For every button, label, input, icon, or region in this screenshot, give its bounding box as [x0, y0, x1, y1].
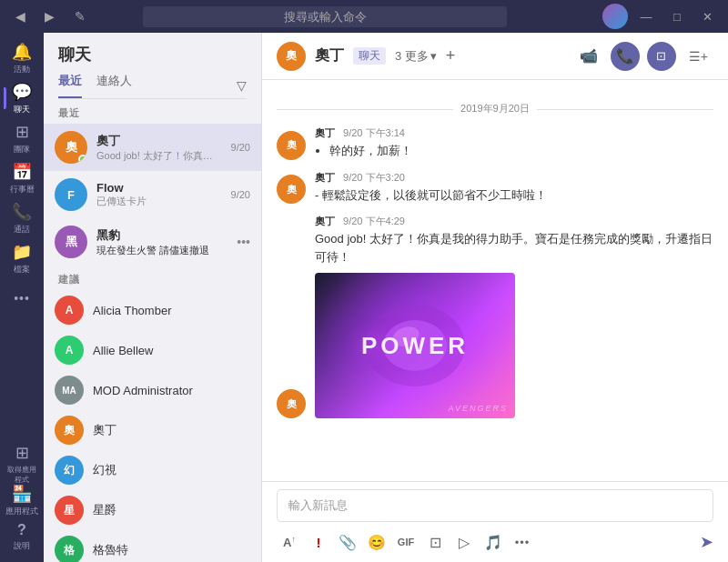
chat-info-flow: Flow 已傳送卡片: [96, 181, 222, 208]
filter-button[interactable]: ▽: [237, 78, 247, 93]
sidebar-item-chat[interactable]: 💬 聊天: [4, 80, 40, 116]
suggestion-name-mod: MOD Administrator: [93, 384, 193, 397]
suggestion-mod[interactable]: MA MOD Administrator: [44, 370, 261, 410]
sidebar-item-apps[interactable]: ⊞ 取得應用程式: [4, 446, 40, 482]
tab-recent[interactable]: 最近: [58, 73, 82, 98]
chat-icon: 💬: [12, 82, 32, 102]
send-button[interactable]: ➤: [700, 532, 713, 552]
suggestion-groot[interactable]: 格 格魯特: [44, 530, 261, 562]
help-icon: ?: [17, 522, 26, 538]
more-options-icon[interactable]: •••: [237, 235, 250, 249]
more-options-button[interactable]: •••: [510, 529, 535, 555]
chat-item-aoting[interactable]: 奧 奧丁 Good job! 太好了！你真是我的得... 9/20: [44, 124, 261, 171]
maximize-button[interactable]: □: [664, 4, 690, 29]
sidebar-item-calendar[interactable]: 📅 行事曆: [4, 160, 40, 196]
minimize-button[interactable]: —: [633, 4, 659, 29]
chat-item-leopard[interactable]: 黑 黑豹 現在發生火警 請儘速撤退 •••: [44, 218, 261, 266]
titlebar-right: — □ ✕: [602, 4, 721, 29]
chat-item-flow[interactable]: F Flow 已傳送卡片 9/20: [44, 171, 261, 218]
suggestion-name-allie: Allie Bellew: [93, 344, 153, 357]
sidebar-bottom: ⊞ 取得應用程式 🏪 應用程式 ? 說明: [4, 446, 40, 555]
chat-time-flow: 9/20: [231, 189, 250, 200]
apps-icon: ⊞: [15, 443, 29, 463]
msg-avatar-1: 奧: [277, 131, 306, 160]
important-button[interactable]: !: [306, 529, 331, 555]
add-people-button[interactable]: +: [446, 46, 456, 65]
sidebar-item-calls[interactable]: 📞 通話: [4, 200, 40, 236]
emoji-icon: 😊: [368, 534, 386, 551]
suggestion-name-phantom: 幻視: [93, 462, 116, 478]
message-group-3: 奧 奧丁 9/20 下午4:29 Good job! 太好了！你真是我的得力助手…: [277, 215, 713, 418]
msg-content-1: 奧丁 9/20 下午3:14 幹的好，加薪！: [315, 126, 713, 160]
video-icon: 📹: [580, 47, 598, 65]
suggestion-allie[interactable]: A Allie Bellew: [44, 330, 261, 370]
input-toolbar: A↑ ! 📎 😊 GIF ⊡ ▷: [277, 529, 713, 555]
suggestion-aoting2[interactable]: 奧 奧丁: [44, 410, 261, 450]
emoji-button[interactable]: 😊: [364, 529, 389, 555]
audio-call-button[interactable]: 📞: [611, 42, 640, 71]
msg-meta-2: 奧丁 9/20 下午3:20: [315, 171, 713, 185]
suggestion-phantom[interactable]: 幻 幻視: [44, 450, 261, 490]
chat-info-aoting: 奧丁 Good job! 太好了！你真是我的得...: [96, 133, 222, 163]
chat-settings-button[interactable]: ☰+: [683, 45, 713, 67]
suggestion-name-alicia: Alicia Thomber: [93, 304, 171, 317]
sidebar-item-store[interactable]: 🏪 應用程式: [4, 482, 40, 518]
chat-list-scroll: 最近 奧 奧丁 Good job! 太好了！你真是我的得... 9/20 F: [44, 99, 261, 562]
msg-bubble-2: - 輕鬆設定後，以後就可以節省不少工時啦！: [315, 186, 713, 205]
avatar-phantom: 幻: [55, 456, 84, 485]
chat-preview-leopard: 現在發生火警 請儘速撤退: [96, 244, 228, 257]
sidebar-item-activity[interactable]: 🔔 活動: [4, 40, 40, 76]
close-button[interactable]: ✕: [695, 4, 721, 29]
user-avatar[interactable]: [602, 4, 628, 29]
back-button[interactable]: ◀: [7, 4, 33, 29]
suggestion-name-groot: 格魯特: [93, 542, 128, 558]
format-button[interactable]: A↑: [277, 529, 302, 555]
format-icon: A↑: [283, 535, 296, 549]
more-icon: •••: [14, 291, 30, 306]
tab-contacts[interactable]: 連絡人: [96, 73, 132, 98]
message-image-power: POWER AVENGERS: [315, 273, 515, 418]
edit-button[interactable]: ✎: [67, 4, 93, 29]
audio-icon: 🎵: [484, 534, 502, 551]
help-label: 說明: [14, 540, 30, 552]
store-label: 應用程式: [5, 506, 38, 517]
chat-time-aoting: 9/20: [231, 142, 250, 153]
avatar-flow: F: [55, 178, 87, 211]
audio-message-button[interactable]: 🎵: [480, 529, 506, 555]
message-group-1: 奧 奧丁 9/20 下午3:14 幹的好，加薪！: [277, 126, 713, 160]
chat-tabs: 最近 連絡人 ▽: [58, 73, 247, 99]
screen-share-button[interactable]: ⊡: [647, 42, 676, 71]
exclaim-icon: !: [317, 535, 321, 550]
chat-panel-title: 聊天: [58, 44, 247, 65]
suggestion-star[interactable]: 星 星爵: [44, 490, 261, 530]
schedule-meeting-button[interactable]: ▷: [451, 529, 477, 555]
chat-preview-aoting: Good job! 太好了！你真是我的得...: [96, 149, 222, 163]
attach-button[interactable]: 📎: [335, 529, 360, 555]
files-icon: 📁: [12, 242, 32, 262]
video-call-button[interactable]: 📹: [574, 42, 603, 71]
sidebar-item-files[interactable]: 📁 檔案: [4, 240, 40, 276]
sidebar-item-help[interactable]: ? 說明: [4, 518, 40, 555]
search-input[interactable]: [143, 6, 507, 27]
sidebar-item-more[interactable]: •••: [4, 280, 40, 316]
chat-list-panel: 聊天 最近 連絡人 ▽ 最近 奧 奧丁 Good job! 太好了！你真是我的得…: [44, 33, 262, 562]
sticker-button[interactable]: ⊡: [422, 529, 448, 555]
chat-tag[interactable]: 聊天: [353, 47, 386, 65]
recent-section-label: 最近: [44, 99, 261, 124]
main-layout: 🔔 活動 💬 聊天 ⊞ 團隊 📅 行事曆 📞 通話 📁 檔案 ••• ⊞: [0, 33, 728, 562]
sidebar-item-teams[interactable]: ⊞ 團隊: [4, 120, 40, 156]
suggestion-alicia[interactable]: A Alicia Thomber: [44, 290, 261, 330]
gif-icon: GIF: [398, 537, 414, 547]
suggestion-name-star: 星爵: [93, 502, 116, 518]
status-dot-aoting: [78, 155, 87, 164]
avatar-aoting: 奧: [55, 131, 87, 164]
chat-preview-flow: 已傳送卡片: [96, 195, 222, 208]
forward-button[interactable]: ▶: [36, 4, 62, 29]
message-input-placeholder[interactable]: 輸入新訊息: [277, 489, 713, 522]
date-divider: 2019年9月20日: [277, 102, 713, 115]
chat-header-avatar: 奧: [277, 42, 306, 71]
gif-button[interactable]: GIF: [393, 529, 419, 555]
chat-header-more[interactable]: 3 更多 ▾: [395, 48, 437, 65]
icon-sidebar: 🔔 活動 💬 聊天 ⊞ 團隊 📅 行事曆 📞 通話 📁 檔案 ••• ⊞: [0, 33, 44, 562]
chat-label: 聊天: [14, 104, 30, 115]
